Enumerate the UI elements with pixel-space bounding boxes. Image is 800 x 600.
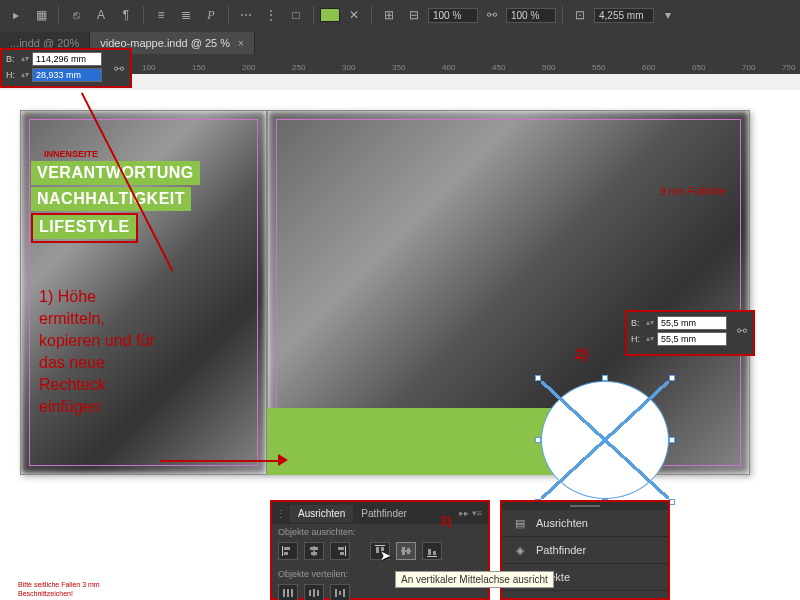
- svg-rect-5: [311, 552, 317, 555]
- svg-rect-8: [340, 552, 344, 555]
- close-tab-icon[interactable]: ×: [238, 38, 244, 49]
- panel-grip-icon[interactable]: ⋮: [272, 508, 290, 519]
- frame-diagonals: [541, 381, 669, 499]
- tool-sq-icon[interactable]: □: [285, 4, 307, 26]
- width-input[interactable]: [32, 52, 102, 66]
- align-bottom-icon[interactable]: [422, 542, 442, 560]
- link-wh-icon[interactable]: ⚯: [737, 324, 747, 338]
- svg-rect-22: [313, 589, 315, 597]
- page-left[interactable]: INNENSEITE VERANTWORTUNG NACHHALTIGKEIT …: [20, 110, 267, 475]
- tool-x1-icon[interactable]: ⊞: [378, 4, 400, 26]
- svg-rect-6: [345, 546, 346, 556]
- tool-crop-icon[interactable]: ⊡: [569, 4, 591, 26]
- tool-end-icon[interactable]: ▾: [657, 4, 679, 26]
- height-label: H:: [631, 334, 643, 344]
- height-input-2[interactable]: [657, 332, 727, 346]
- align-vcenter-icon[interactable]: [396, 542, 416, 560]
- tool-cross-icon[interactable]: ✕: [343, 4, 365, 26]
- tool-anchor-icon[interactable]: ⎋: [65, 4, 87, 26]
- selection-handle[interactable]: [535, 437, 541, 443]
- tool-grid-icon[interactable]: ▦: [30, 4, 52, 26]
- arrow-head-icon: [278, 454, 288, 466]
- align-left-icon[interactable]: [278, 542, 298, 560]
- svg-rect-7: [338, 547, 344, 550]
- align-hcenter-icon[interactable]: [304, 542, 324, 560]
- tool-para-icon[interactable]: ¶: [115, 4, 137, 26]
- tool-dist-icon[interactable]: ⋯: [235, 4, 257, 26]
- tool-align-c-icon[interactable]: ≣: [175, 4, 197, 26]
- annotation-step-1: 1) Höhe ermitteln, kopieren und für das …: [39, 286, 159, 418]
- dist-hcenter-icon[interactable]: [304, 584, 324, 600]
- svg-rect-14: [407, 548, 410, 554]
- coord-field[interactable]: [594, 8, 654, 23]
- mouse-cursor-icon: ➤: [380, 548, 391, 563]
- svg-rect-2: [284, 552, 288, 555]
- align-menu-icon: ▤: [512, 516, 528, 530]
- selection-handle[interactable]: [602, 375, 608, 381]
- svg-rect-19: [287, 589, 289, 597]
- tool-link-icon[interactable]: ⚯: [481, 4, 503, 26]
- selection-handle[interactable]: [669, 437, 675, 443]
- pathfinder-menu-icon: ◈: [512, 543, 528, 557]
- lifestyle-red-box: LIFESTYLE: [31, 213, 138, 243]
- link-wh-icon[interactable]: ⚯: [114, 62, 124, 76]
- svg-rect-20: [291, 589, 293, 597]
- green-rectangle-object[interactable]: [267, 408, 567, 475]
- tool-x2-icon[interactable]: ⊟: [403, 4, 425, 26]
- tool-align-l-icon[interactable]: ≡: [150, 4, 172, 26]
- height-label: H:: [6, 70, 18, 80]
- width-height-box-2: B: ▴▾ H: ▴▾ ⚯: [625, 310, 755, 356]
- height-input[interactable]: [32, 68, 102, 82]
- zoom-field-1[interactable]: [428, 8, 478, 23]
- align-section-label: Objekte ausrichten:: [272, 524, 488, 540]
- width-input-2[interactable]: [657, 316, 727, 330]
- align-right-icon[interactable]: [330, 542, 350, 560]
- stepper-icon[interactable]: ▴▾: [21, 56, 29, 62]
- svg-rect-26: [343, 589, 345, 597]
- green-bars-group: VERANTWORTUNG NACHHALTIGKEIT LIFESTYLE: [31, 161, 200, 243]
- zoom-field-2[interactable]: [506, 8, 556, 23]
- horizontal-ruler: 100 150 200 250 300 350 400 450 500 550 …: [132, 56, 800, 74]
- tooltip: An vertikaler Mittelachse ausricht: [395, 571, 554, 588]
- svg-rect-9: [375, 545, 385, 546]
- svg-rect-1: [284, 547, 290, 550]
- selection-handle[interactable]: [669, 375, 675, 381]
- stepper-icon[interactable]: ▴▾: [21, 72, 29, 78]
- menu-label: Pathfinder: [536, 544, 586, 556]
- align-panel-tabs: ⋮ Ausrichten Pathfinder ▸▸ ▾≡: [272, 502, 488, 524]
- svg-rect-24: [335, 589, 337, 597]
- tool-dist2-icon[interactable]: ⋮: [260, 4, 282, 26]
- width-height-panel: B: ▴▾ H: ▴▾ ⚯: [0, 48, 132, 88]
- stepper-icon[interactable]: ▴▾: [646, 336, 654, 342]
- dist-right-icon[interactable]: [330, 584, 350, 600]
- fill-swatch[interactable]: [320, 8, 340, 22]
- fallhoehe-label: 9 mm Füllhöhe: [660, 186, 726, 197]
- svg-rect-16: [428, 549, 431, 555]
- annotation-step-3: 3): [440, 513, 452, 528]
- annotation-arrow-2: [160, 460, 280, 462]
- innenseite-label: INNENSEITE: [44, 149, 98, 159]
- menu-item-pathfinder[interactable]: ◈ Pathfinder: [502, 537, 668, 564]
- svg-rect-25: [339, 591, 341, 595]
- svg-rect-15: [427, 556, 437, 557]
- selection-handle[interactable]: [535, 375, 541, 381]
- dist-left-icon[interactable]: [278, 584, 298, 600]
- svg-rect-17: [433, 551, 436, 555]
- tab-pathfinder[interactable]: Pathfinder: [353, 505, 415, 522]
- top-toolbar: ▸ ▦ ⎋ A ¶ ≡ ≣ P ⋯ ⋮ □ ✕ ⊞ ⊟ ⚯ ⊡ ▾: [0, 0, 800, 30]
- tool-cursor-icon[interactable]: ▸: [5, 4, 27, 26]
- panel-collapse-icon[interactable]: ▸▸ ▾≡: [453, 508, 488, 518]
- headline-bar-3: LIFESTYLE: [33, 215, 136, 239]
- tool-p-icon[interactable]: P: [200, 4, 222, 26]
- circle-selection-frame[interactable]: [535, 375, 675, 505]
- panel-grip[interactable]: [502, 502, 668, 510]
- page-spread: INNENSEITE VERANTWORTUNG NACHHALTIGKEIT …: [20, 110, 750, 475]
- svg-rect-23: [317, 590, 319, 596]
- menu-item-ausrichten[interactable]: ▤ Ausrichten: [502, 510, 668, 537]
- bottom-note-text: Bitte seitliche Fallen 3 mm Beschnittzei…: [18, 580, 100, 600]
- tab-ausrichten[interactable]: Ausrichten: [290, 505, 353, 522]
- stepper-icon[interactable]: ▴▾: [646, 320, 654, 326]
- headline-bar-2: NACHHALTIGKEIT: [31, 187, 191, 211]
- tool-char-icon[interactable]: A: [90, 4, 112, 26]
- svg-rect-0: [282, 546, 283, 556]
